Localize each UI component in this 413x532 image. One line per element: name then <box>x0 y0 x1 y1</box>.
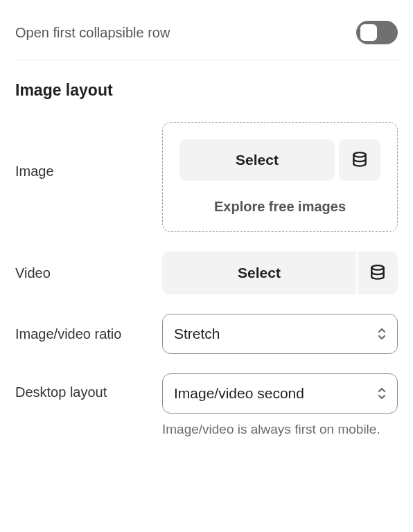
image-picker-dropzone[interactable]: Select Explore free images <box>162 122 398 232</box>
collapsible-toggle-label: Open first collapsible row <box>15 25 170 41</box>
video-label: Video <box>15 265 151 281</box>
video-select-group: Select <box>162 251 398 294</box>
ratio-label: Image/video ratio <box>15 326 151 342</box>
svg-point-1 <box>371 265 383 270</box>
open-first-collapsible-row: Open first collapsible row <box>15 14 398 60</box>
video-select-button[interactable]: Select <box>162 251 356 294</box>
desktop-layout-row: Desktop layout Image/video second Image/… <box>15 373 398 438</box>
ratio-select-wrap: Stretch <box>162 314 398 354</box>
image-select-button[interactable]: Select <box>179 139 335 181</box>
video-connect-source-button[interactable] <box>356 251 398 294</box>
collapsible-toggle[interactable] <box>356 21 398 44</box>
desktop-layout-select-wrap: Image/video second <box>162 373 398 414</box>
desktop-layout-label: Desktop layout <box>15 373 151 400</box>
desktop-layout-select[interactable]: Image/video second <box>162 373 398 414</box>
explore-free-images-link[interactable]: Explore free images <box>179 199 380 215</box>
image-select-group: Select <box>179 139 380 181</box>
desktop-layout-helper: Image/video is always first on mobile. <box>162 420 398 438</box>
svg-point-0 <box>353 152 365 157</box>
video-row: Video Select <box>15 251 398 294</box>
section-title-image-layout: Image layout <box>15 60 398 122</box>
image-label: Image <box>15 122 151 179</box>
ratio-row: Image/video ratio Stretch <box>15 314 398 354</box>
database-icon <box>369 264 387 282</box>
ratio-select[interactable]: Stretch <box>162 314 398 354</box>
database-icon <box>351 151 369 169</box>
toggle-knob <box>360 24 377 41</box>
image-row: Image Select Explore free images <box>15 122 398 232</box>
image-connect-source-button[interactable] <box>339 139 380 181</box>
